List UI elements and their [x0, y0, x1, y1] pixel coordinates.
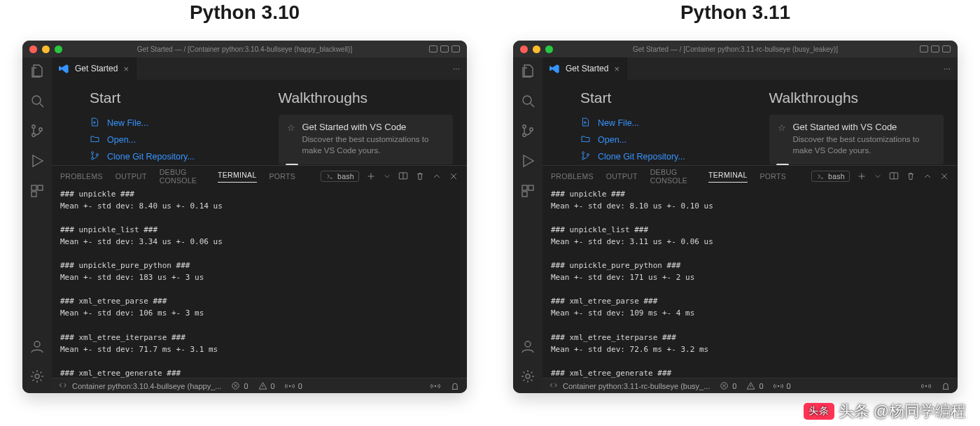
panel-tab-terminal[interactable]: TERMINAL [218, 171, 257, 183]
fullscreen-window-icon[interactable] [55, 45, 62, 53]
terminal-text: ### unpickle ### Mean +- std dev: 8.10 u… [551, 190, 713, 378]
extensions-icon[interactable] [520, 183, 536, 201]
panel-tab-ports[interactable]: PORTS [270, 172, 295, 180]
tab-get-started[interactable]: Get Started × [52, 57, 136, 80]
run-debug-icon[interactable] [29, 153, 45, 171]
layout-right-icon[interactable] [451, 45, 460, 52]
more-actions-icon[interactable]: ··· [944, 64, 951, 73]
star-icon: ☆ [287, 122, 295, 156]
watermark-text: 头条 @杨同学编程 [839, 401, 966, 422]
extensions-icon[interactable] [29, 183, 45, 201]
terminal-text: ### unpickle ### Mean +- std dev: 8.40 u… [60, 190, 223, 378]
remote-text: Container python:3.10.4-bullseye (happy_… [72, 382, 221, 390]
fullscreen-window-icon[interactable] [545, 45, 553, 53]
new-file-link[interactable]: New File... [90, 115, 265, 132]
status-notifications[interactable] [450, 381, 460, 391]
titlebar[interactable]: Get Started — / [Container python:3.10.4… [22, 41, 467, 57]
accounts-icon[interactable] [520, 339, 536, 356]
layout-bottom-icon[interactable] [931, 45, 939, 52]
settings-gear-icon[interactable] [520, 369, 536, 386]
close-window-icon[interactable] [520, 45, 528, 53]
terminal-output[interactable]: ### unpickle ### Mean +- std dev: 8.10 u… [542, 187, 958, 378]
status-ports[interactable]: 0 [285, 381, 302, 391]
explorer-icon[interactable] [520, 63, 536, 80]
tab-get-started[interactable]: Get Started × [542, 57, 627, 80]
panel-tab-debug-console[interactable]: DEBUG CONSOLE [650, 168, 696, 185]
link-label: New File... [107, 118, 148, 128]
more-actions-icon[interactable]: ··· [453, 64, 460, 73]
branch-icon [90, 150, 100, 163]
panel-tab-output[interactable]: OUTPUT [115, 172, 147, 180]
walkthrough-card[interactable]: ☆ Get Started with VS Code Discover the … [279, 115, 454, 164]
minimize-window-icon[interactable] [533, 45, 540, 53]
panel-close-icon[interactable] [939, 171, 949, 181]
search-icon[interactable] [520, 93, 536, 111]
layout-left-icon[interactable] [429, 45, 438, 52]
layout-bottom-icon[interactable] [440, 45, 449, 52]
panel-tab-debug-console[interactable]: DEBUG CONSOLE [160, 168, 205, 185]
panel-close-icon[interactable] [449, 171, 458, 181]
terminal-dropdown-icon[interactable] [874, 172, 882, 180]
minimize-window-icon[interactable] [42, 45, 50, 53]
panel-tab-output[interactable]: OUTPUT [606, 172, 638, 180]
shell-icon [326, 172, 334, 180]
status-warnings[interactable]: 0 [746, 381, 763, 390]
terminal-shell-chip[interactable]: bash [811, 171, 850, 182]
panel-tab-problems[interactable]: PROBLEMS [60, 172, 103, 180]
clone-repo-link[interactable]: Clone Git Repository... [580, 148, 755, 165]
new-terminal-icon[interactable] [366, 171, 376, 181]
settings-gear-icon[interactable] [29, 369, 45, 386]
open-link[interactable]: Open... [90, 132, 265, 148]
status-notifications[interactable] [941, 381, 951, 391]
remote-icon [59, 381, 69, 391]
new-file-link[interactable]: New File... [580, 115, 755, 132]
new-terminal-icon[interactable] [857, 171, 867, 181]
layout-left-icon[interactable] [920, 45, 928, 52]
remote-indicator[interactable]: Container python:3.10.4-bullseye (happy_… [59, 381, 221, 391]
close-tab-icon[interactable]: × [614, 64, 620, 74]
accounts-icon[interactable] [29, 339, 45, 356]
vscode-window: Get Started — / [Container python:3.11-r… [513, 41, 958, 393]
status-feedback[interactable] [921, 381, 931, 391]
panel-collapse-icon[interactable] [923, 171, 932, 181]
status-errors[interactable]: 0 [231, 381, 248, 390]
panel-collapse-icon[interactable] [432, 171, 442, 181]
split-terminal-icon[interactable] [398, 171, 408, 181]
status-warnings[interactable]: 0 [258, 381, 275, 390]
remote-indicator[interactable]: Container python:3.11-rc-bullseye (busy_… [550, 381, 710, 391]
close-window-icon[interactable] [29, 45, 37, 53]
terminal-dropdown-icon[interactable] [383, 172, 391, 180]
error-icon [231, 381, 240, 390]
close-tab-icon[interactable]: × [123, 64, 129, 74]
kill-terminal-icon[interactable] [906, 171, 916, 181]
walkthrough-title: Get Started with VS Code [302, 122, 445, 132]
source-control-icon[interactable] [520, 123, 536, 141]
warning-icon [258, 381, 267, 390]
link-label: Open... [598, 135, 626, 145]
walkthroughs-heading: Walkthroughs [769, 90, 944, 106]
activity-bar [513, 57, 542, 393]
window-title: Get Started — / [Container python:3.10.4… [22, 45, 467, 53]
clone-repo-link[interactable]: Clone Git Repository... [90, 148, 265, 165]
run-debug-icon[interactable] [520, 153, 536, 171]
source-control-icon[interactable] [29, 123, 45, 141]
walkthrough-card[interactable]: ☆ Get Started with VS Code Discover the … [769, 115, 944, 164]
search-icon[interactable] [29, 93, 45, 111]
explorer-icon[interactable] [29, 63, 45, 80]
warning-icon [746, 381, 755, 390]
terminal-shell-chip[interactable]: bash [321, 171, 359, 182]
status-ports[interactable]: 0 [774, 381, 791, 391]
shell-label: bash [337, 172, 354, 180]
panel-tab-ports[interactable]: PORTS [760, 172, 786, 180]
open-link[interactable]: Open... [580, 132, 755, 148]
kill-terminal-icon[interactable] [415, 171, 425, 181]
terminal-output[interactable]: ### unpickle ### Mean +- std dev: 8.40 u… [52, 187, 467, 378]
status-errors[interactable]: 0 [720, 381, 736, 390]
panel-tab-terminal[interactable]: TERMINAL [708, 171, 748, 183]
editor-tabbar: Get Started × ··· [542, 57, 958, 80]
layout-right-icon[interactable] [942, 45, 951, 52]
panel-tab-problems[interactable]: PROBLEMS [551, 172, 594, 180]
split-terminal-icon[interactable] [889, 171, 899, 181]
status-feedback[interactable] [430, 381, 440, 391]
titlebar[interactable]: Get Started — / [Container python:3.11-r… [513, 41, 958, 57]
